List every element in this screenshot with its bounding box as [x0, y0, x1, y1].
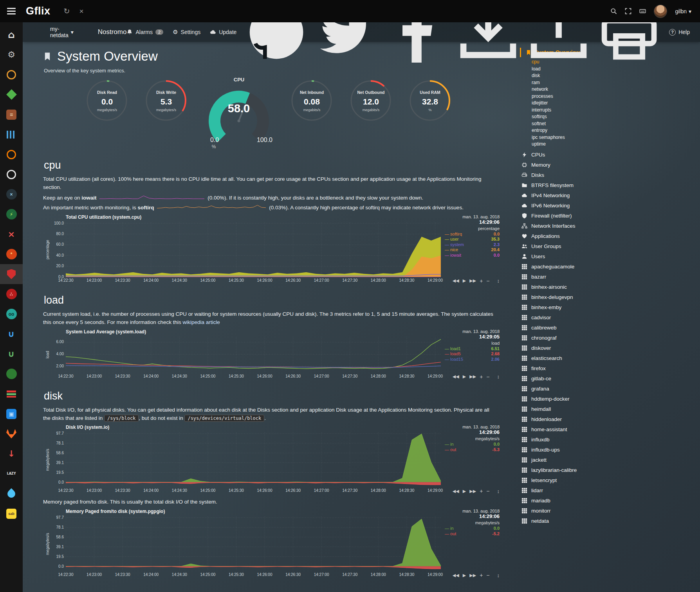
menu-app-lazylibrarian-calibre[interactable]: lazylibrarian-calibre: [521, 467, 700, 473]
legend-load1[interactable]: — load16.51: [445, 346, 500, 352]
sidebar-app-scissors-icon[interactable]: ×: [0, 224, 23, 244]
menu-app-binhex-delugevpn[interactable]: binhex-delugevpn: [521, 294, 700, 300]
menu-app-influxdb-ups[interactable]: influxdb-ups: [521, 447, 700, 453]
menu-app-cadvisor[interactable]: cadvisor: [521, 315, 700, 320]
menu-app-lidarr[interactable]: lidarr: [521, 488, 700, 493]
menu-app-mariadb[interactable]: mariadb: [521, 498, 700, 504]
settings-button[interactable]: ⚙ Settings: [173, 29, 200, 36]
sidebar-settings-icon[interactable]: ⚙: [0, 45, 23, 65]
hostname-label[interactable]: Nostromo: [98, 28, 127, 36]
sidebar-home-icon[interactable]: ⌂: [0, 25, 23, 45]
user-menu[interactable]: gilbn ▾: [675, 8, 691, 14]
zoom-in-button[interactable]: +: [480, 572, 483, 578]
wikipedia-link[interactable]: wikipedia article: [182, 319, 220, 325]
search-icon[interactable]: [610, 8, 617, 14]
sidebar-app-couchpotato-icon[interactable]: oo: [0, 304, 23, 324]
menu-app-letsencrypt[interactable]: letsencrypt: [521, 477, 700, 483]
menu-app-firefox[interactable]: firefox: [521, 365, 700, 371]
user-avatar[interactable]: [654, 5, 667, 18]
sidebar-app-organizr-icon[interactable]: [0, 65, 23, 85]
menu-section-memory[interactable]: Memory: [521, 162, 700, 168]
sidebar-app-u-blue-icon[interactable]: ∪: [0, 324, 23, 344]
sidebar-app-lines-icon[interactable]: [0, 384, 23, 404]
gauge-net-inbound[interactable]: Net Inbound0.08megabits/s: [285, 77, 338, 133]
sidebar-app-calibre-icon[interactable]: ≡: [0, 104, 23, 124]
gauge-cpu[interactable]: CPU58.00.0100.0%: [199, 77, 279, 149]
menu-sub-softnet[interactable]: softnet: [532, 121, 700, 128]
softirq-sparkline[interactable]: [157, 204, 266, 212]
pan-back-button[interactable]: ◀◀: [453, 374, 459, 379]
sidebar-app-airsonic-icon[interactable]: [0, 124, 23, 144]
refresh-icon[interactable]: ↻: [64, 7, 70, 16]
menu-app-calibreweb[interactable]: calibreweb: [521, 325, 700, 331]
menu-section-disks[interactable]: Disks: [521, 172, 700, 178]
play-button[interactable]: ▶: [463, 374, 466, 379]
menu-section-ipv6-networking[interactable]: IPv6 Networking: [521, 203, 700, 209]
menu-app-influxdb[interactable]: influxdb: [521, 437, 700, 443]
zoom-out-button[interactable]: −: [486, 488, 489, 494]
iowait-sparkline[interactable]: [99, 194, 204, 202]
menu-section-users[interactable]: Users: [521, 254, 700, 259]
legend-load15[interactable]: — load152.06: [445, 357, 500, 362]
legend-softirq[interactable]: — softirq0.0: [445, 232, 500, 237]
menu-app-netdata[interactable]: netdata: [521, 518, 700, 524]
zoom-in-button[interactable]: +: [480, 488, 483, 494]
play-button[interactable]: ▶: [463, 573, 466, 578]
legend-out[interactable]: — out-5.3: [445, 447, 500, 453]
legend-iowait[interactable]: — iowait0.0: [445, 253, 500, 258]
play-button[interactable]: ▶: [463, 489, 466, 494]
legend-nice[interactable]: — nice20.4: [445, 247, 500, 253]
menu-app-monitorr[interactable]: monitorr: [521, 508, 700, 514]
menu-app-apacheguacamole[interactable]: apacheguacamole: [521, 264, 700, 270]
menu-sub-ram[interactable]: ram: [532, 79, 700, 86]
menu-app-elasticsearch[interactable]: elasticsearch: [521, 355, 700, 361]
menu-app-binhex-airsonic[interactable]: binhex-airsonic: [521, 284, 700, 290]
gauge-disk-read[interactable]: Disk Read0.0megabytes/s: [81, 77, 134, 133]
zoom-in-button[interactable]: +: [480, 374, 483, 380]
menu-section-cpus[interactable]: CPUs: [521, 152, 700, 158]
sidebar-app-emby-icon[interactable]: [0, 85, 23, 104]
hamburger-menu-icon[interactable]: [0, 8, 23, 14]
pan-forward-button[interactable]: ▶▶: [469, 573, 476, 578]
menu-section-ipv4-networking[interactable]: IPv4 Networking: [521, 193, 700, 198]
menu-section-applications[interactable]: Applications: [521, 233, 700, 239]
menu-sub-network[interactable]: network: [532, 86, 700, 93]
sidebar-app-gitlab-icon[interactable]: [0, 424, 23, 444]
menu-app-hiddenloader[interactable]: hiddenloader: [521, 416, 700, 422]
menu-sub-uptime[interactable]: uptime: [532, 141, 700, 148]
chart-plot-area[interactable]: [66, 337, 441, 373]
fullscreen-icon[interactable]: [625, 8, 631, 14]
menu-sub-ipc-semaphores[interactable]: ipc semaphores: [532, 134, 700, 141]
pan-forward-button[interactable]: ▶▶: [469, 489, 476, 494]
menu-sub-interrupts[interactable]: interrupts: [532, 107, 700, 114]
menu-sub-load[interactable]: load: [532, 66, 700, 73]
menu-app-chronograf[interactable]: chronograf: [521, 335, 700, 341]
zoom-out-button[interactable]: −: [486, 278, 489, 284]
menu-section-firewall-netfilter-[interactable]: Firewall (netfilter): [521, 213, 700, 219]
zoom-out-button[interactable]: −: [486, 572, 489, 578]
menu-sub-softirqs[interactable]: softirqs: [532, 113, 700, 121]
menu-section-user-groups[interactable]: User Groups: [521, 243, 700, 249]
zoom-out-button[interactable]: −: [486, 374, 489, 380]
sidebar-app-radarr-icon[interactable]: [0, 164, 23, 184]
sidebar-app-sab-icon[interactable]: sab: [0, 504, 23, 524]
play-button[interactable]: ▶: [463, 278, 466, 283]
chart-plot-area[interactable]: [66, 516, 441, 571]
menu-section-network-interfaces[interactable]: Network Interfaces: [521, 223, 700, 229]
legend-system[interactable]: — system2.3: [445, 242, 500, 248]
sidebar-app-bolt-icon[interactable]: ⚡: [0, 204, 23, 224]
chart-plot-area[interactable]: [66, 222, 441, 277]
menu-app-jackett[interactable]: jackett: [521, 457, 700, 463]
pan-back-button[interactable]: ◀◀: [453, 278, 459, 283]
chart-resize-handle[interactable]: ↕: [497, 572, 500, 578]
menu-app-diskover[interactable]: diskover: [521, 345, 700, 351]
sidebar-app-droplet-icon[interactable]: [0, 484, 23, 504]
pan-forward-button[interactable]: ▶▶: [469, 374, 476, 379]
close-icon[interactable]: ×: [79, 7, 83, 16]
pan-forward-button[interactable]: ▶▶: [469, 278, 476, 283]
help-button[interactable]: ? Help: [669, 29, 690, 36]
sidebar-app-jackett-icon[interactable]: [0, 144, 23, 164]
legend-user[interactable]: — user35.3: [445, 237, 500, 242]
keyboard-shortcuts-icon[interactable]: [639, 8, 646, 14]
gauge-disk-write[interactable]: Disk Write5.3megabytes/s: [140, 77, 193, 133]
